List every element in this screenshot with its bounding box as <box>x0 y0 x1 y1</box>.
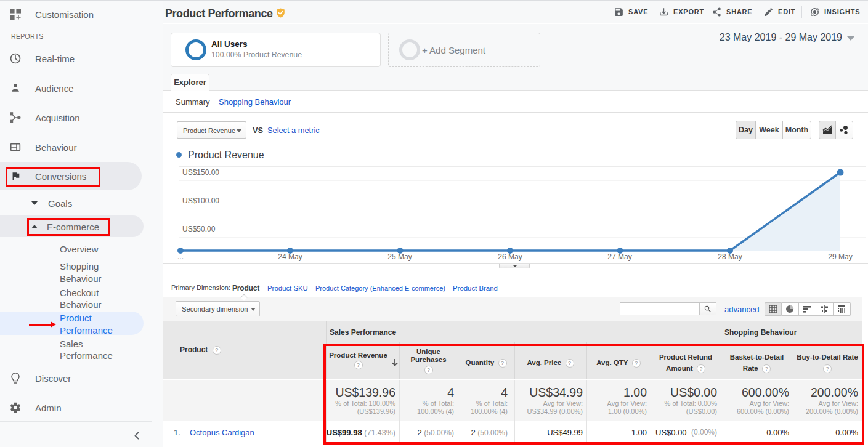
svg-text:29 May: 29 May <box>828 252 852 261</box>
svg-text:US$50.00: US$50.00 <box>182 225 216 233</box>
svg-text:26 May: 26 May <box>498 252 522 261</box>
svg-text:28 May: 28 May <box>718 252 742 261</box>
svg-text:US$100.00: US$100.00 <box>182 196 219 205</box>
svg-text:24 May: 24 May <box>278 252 302 261</box>
svg-text:...: ... <box>177 252 184 261</box>
svg-text:27 May: 27 May <box>607 252 631 261</box>
svg-text:25 May: 25 May <box>387 252 412 261</box>
svg-text:US$150.00: US$150.00 <box>182 168 219 177</box>
